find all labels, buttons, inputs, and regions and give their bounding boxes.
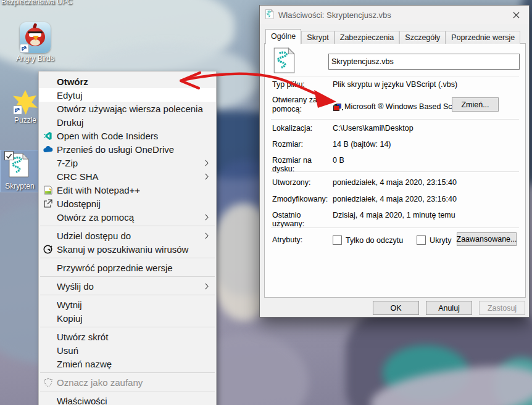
checkbox-readonly[interactable] [333, 235, 342, 245]
angry-birds-icon [20, 22, 51, 53]
desktop-icon-skrypten[interactable]: Skrypten [0, 150, 39, 192]
vbs-file-icon [273, 47, 295, 75]
desktop-icon-label: Puzzle [14, 117, 36, 125]
notepadpp-icon [39, 186, 57, 195]
submenu-chevron-icon [205, 232, 211, 239]
vscode-insiders-icon [39, 131, 57, 141]
desktop-icon-label-cutoff: Bezpieczeństwa UPC [1, 0, 72, 6]
menu-item-otworz-wiersz-polecenia[interactable]: Otwórz używając wiersza polecenia [39, 102, 216, 115]
submenu-chevron-icon [205, 173, 211, 180]
field-location: Lokalizacja: C:\Users\kamil\Desktop [265, 124, 525, 133]
dialog-title: Właściwości: Skryptencjusz.vbs [278, 10, 503, 20]
desktop-icon-label: Skrypten [1, 182, 39, 190]
field-modified: Zmodyfikowany: poniedziałek, 4 maja 2020… [265, 195, 525, 203]
submenu-chevron-icon [205, 160, 211, 166]
context-menu: Otwórz Edytuj Otwórz używając wiersza po… [38, 71, 217, 405]
menu-item-edit-with-notepadpp[interactable]: Edit with Notepad++ [39, 183, 216, 197]
submenu-chevron-icon [205, 214, 211, 221]
tab-poprzednie-wersje[interactable]: Poprzednie wersje [446, 31, 520, 44]
tab-szczegoly[interactable]: Szczegóły [399, 31, 446, 44]
shortcut-arrow-icon [13, 105, 22, 115]
puzzle-icon [13, 90, 38, 115]
field-size: Rozmiar: 14 B (bajtów: 14) [265, 140, 525, 149]
menu-separator [40, 372, 215, 373]
script-host-app-icon [333, 103, 341, 110]
tab-skrypt[interactable]: Skrypt [301, 31, 334, 44]
menu-item-oznacz-jako-zaufany: Oznacz jako zaufany [39, 375, 216, 389]
antivirus-icon [39, 245, 57, 254]
menu-item-wytnij[interactable]: Wytnij [39, 298, 216, 311]
menu-item-wlasciwosci[interactable]: Właściwości [39, 394, 216, 405]
vbs-file-icon [8, 153, 29, 178]
field-accessed: Ostatnio używany: Dzisiaj, 4 maja 2020, … [265, 211, 525, 228]
general-tab-page: Skryptencjusz.vbs Typ pliku: Plik skrypt… [264, 43, 526, 298]
properties-dialog: Właściwości: Skryptencjusz.vbs Ogólne Sk… [259, 5, 530, 317]
desktop-icon-angry-birds[interactable]: Angry Birds [9, 22, 62, 63]
menu-item-kopiuj[interactable]: Kopiuj [39, 311, 216, 325]
menu-item-skanuj-wirusy[interactable]: Skanuj w poszukiwaniu wirusów [39, 242, 216, 256]
filename-input[interactable]: Skryptencjusz.vbs [328, 54, 520, 70]
submenu-chevron-icon [205, 283, 211, 290]
menu-item-usun[interactable]: Usuń [39, 343, 216, 357]
menu-item-drukuj[interactable]: Drukuj [39, 115, 216, 129]
dialog-footer: OK Anuluj Zastosuj [373, 301, 525, 315]
menu-item-przywroc-wersje[interactable]: Przywróć poprzednie wersje [39, 261, 216, 274]
menu-separator [40, 226, 215, 226]
menu-item-otworz-za-pomoca[interactable]: Otwórz za pomocą [39, 210, 216, 224]
menu-separator [40, 258, 215, 258]
menu-item-zmien-nazwe[interactable]: Zmień nazwę [39, 357, 216, 370]
menu-item-udostepnij[interactable]: Udostępnij [39, 197, 216, 210]
menu-item-wyslij-do[interactable]: Wyślij do [39, 279, 216, 293]
menu-item-edytuj[interactable]: Edytuj [39, 88, 216, 102]
change-button[interactable]: Zmień... [452, 97, 499, 112]
cancel-button[interactable]: Anuluj [426, 301, 472, 315]
field-size-on-disk: Rozmiar na dysku: 0 B [265, 156, 525, 173]
shield-icon [39, 378, 57, 387]
menu-item-udziel-dostepu[interactable]: Udziel dostępu do [39, 229, 216, 242]
menu-item-otworz[interactable]: Otwórz [39, 75, 216, 88]
dialog-tabs: Ogólne Skrypt Zabezpieczenia Szczegóły P… [265, 30, 520, 44]
apply-button: Zastosuj [479, 301, 525, 315]
field-file-type: Typ pliku: Plik skryptu w języku VBScrip… [265, 80, 525, 89]
share-icon [39, 199, 57, 208]
desktop: Bezpieczeństwa UPC Angry Birds Puzzle [0, 0, 532, 405]
close-icon[interactable] [503, 6, 529, 24]
divider [271, 76, 519, 76]
menu-separator [40, 391, 215, 391]
menu-separator [40, 295, 215, 295]
onedrive-cloud-icon [39, 146, 57, 153]
desktop-icon-label: Angry Birds [16, 55, 54, 63]
menu-item-open-with-code-insiders[interactable]: Open with Code Insiders [39, 129, 216, 142]
menu-item-utworz-skrot[interactable]: Utwórz skrót [39, 330, 216, 343]
vbs-file-icon [265, 9, 274, 21]
menu-item-7zip[interactable]: 7-Zip [39, 156, 216, 170]
tab-ogolne[interactable]: Ogólne [265, 29, 301, 44]
dialog-titlebar[interactable]: Właściwości: Skryptencjusz.vbs [260, 6, 529, 24]
ok-button[interactable]: OK [373, 301, 419, 315]
advanced-button[interactable]: Zaawansowane... [457, 232, 517, 246]
divider [271, 171, 519, 172]
shortcut-arrow-icon [20, 44, 29, 53]
menu-separator [40, 327, 215, 327]
menu-item-przenies-onedrive[interactable]: Przenieś do usługi OneDrive [39, 142, 216, 156]
tab-zabezpieczenia[interactable]: Zabezpieczenia [335, 31, 400, 44]
field-created: Utworzony: poniedziałek, 4 maja 2020, 23… [265, 178, 525, 187]
checkbox-hidden[interactable] [417, 235, 426, 245]
menu-item-crc-sha[interactable]: CRC SHA [39, 170, 216, 183]
divider [271, 227, 519, 228]
menu-separator [40, 276, 215, 277]
selection-checkbox[interactable] [4, 151, 14, 160]
divider [271, 119, 519, 120]
